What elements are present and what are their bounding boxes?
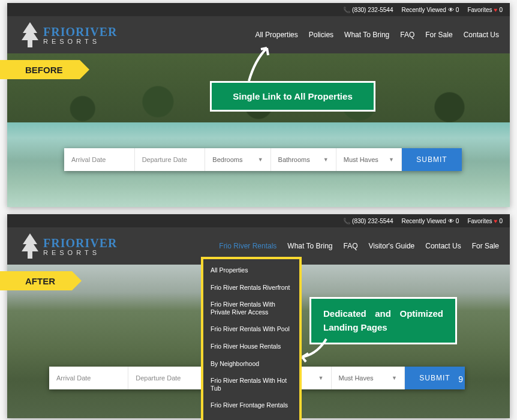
submit-button[interactable]: SUBMIT <box>402 148 462 171</box>
departure-input[interactable]: Departure Date <box>128 367 208 389</box>
dd-pool[interactable]: Frio River Rentals With Pool <box>203 320 299 338</box>
dd-riverfront[interactable]: Frio River Rentals Riverfront <box>203 279 299 296</box>
nav-links: Frio River Rentals What To Bring FAQ Vis… <box>219 242 499 250</box>
nav-links: All Properties Policies What To Bring FA… <box>255 31 499 39</box>
dd-frontage[interactable]: Frio River Frontage Rentals <box>203 397 299 414</box>
eye-icon: 👁 <box>448 218 454 224</box>
nav-contact[interactable]: Contact Us <box>464 31 499 39</box>
heart-icon: ♥ <box>494 218 498 224</box>
search-bar: Arrival Date Departure Date Bedrooms▼ Ba… <box>64 148 462 171</box>
eye-icon: 👁 <box>448 7 454 13</box>
logo-tree-icon <box>18 21 42 49</box>
logo-sub: RESORTS <box>43 38 117 45</box>
after-label: AFTER <box>0 271 72 290</box>
arrow-icon <box>296 333 332 363</box>
logo-sub: RESORTS <box>43 249 117 256</box>
nav-what-to-bring[interactable]: What To Bring <box>287 242 332 250</box>
nav-what-to-bring[interactable]: What To Bring <box>344 31 389 39</box>
logo-tree-icon <box>18 232 42 260</box>
nav-all-properties[interactable]: All Properties <box>255 31 297 39</box>
nav-contact[interactable]: Contact Us <box>425 242 461 250</box>
phone-icon: 📞 <box>343 7 350 13</box>
logo-brand: FRIORIVER <box>43 25 117 39</box>
logo-brand: FRIORIVER <box>43 236 117 250</box>
heart-icon: ♥ <box>494 7 498 13</box>
dd-amenity[interactable]: By Amenity <box>203 414 299 420</box>
favorites[interactable]: Favorites ♥ 0 <box>467 218 503 224</box>
nav-for-sale[interactable]: For Sale <box>425 31 452 39</box>
nav-for-sale[interactable]: For Sale <box>472 242 499 250</box>
recently-viewed[interactable]: Recently Viewed 👁 0 <box>402 218 459 224</box>
recently-viewed[interactable]: Recently Viewed 👁 0 <box>402 7 459 13</box>
dd-private-access[interactable]: Frio River Rentals With Private River Ac… <box>203 296 299 320</box>
nav-faq[interactable]: FAQ <box>400 31 414 39</box>
bathrooms-select[interactable]: Bathrooms▼ <box>271 148 336 171</box>
arrival-input[interactable]: Arrival Date <box>64 148 135 171</box>
arrival-input[interactable]: Arrival Date <box>49 367 128 389</box>
departure-input[interactable]: Departure Date <box>135 148 206 171</box>
chevron-down-icon: ▼ <box>392 375 397 381</box>
dd-all-properties[interactable]: All Properties <box>203 262 299 279</box>
dd-hot-tub[interactable]: Frio River Rentals With Hot Tub <box>203 372 299 397</box>
submit-button[interactable]: SUBMIT <box>405 367 465 389</box>
nav-faq[interactable]: FAQ <box>343 242 357 250</box>
phone-item[interactable]: 📞(830) 232-5544 <box>343 218 393 224</box>
chevron-down-icon: ▼ <box>258 157 263 163</box>
nav-visitors-guide[interactable]: Visitor's Guide <box>369 242 415 250</box>
dd-neighborhood[interactable]: By Neighborhood <box>203 355 299 373</box>
must-haves-select[interactable]: Must Haves▼ <box>332 367 405 389</box>
chevron-down-icon: ▼ <box>323 157 329 163</box>
callout-single-link: Single Link to All Properties <box>210 81 375 112</box>
phone-text: (830) 232-5544 <box>352 218 393 224</box>
bedrooms-select[interactable]: Bedrooms▼ <box>205 148 270 171</box>
before-label: BEFORE <box>0 60 80 79</box>
must-haves-select[interactable]: Must Haves▼ <box>336 148 402 171</box>
dd-house-rentals[interactable]: Frio River House Rentals <box>203 338 299 355</box>
arrow-icon <box>240 42 276 84</box>
phone-item[interactable]: 📞(830) 232-5544 <box>343 7 393 13</box>
topbar: 📞(830) 232-5544 Recently Viewed 👁 0 Favo… <box>7 3 510 16</box>
nav-policies[interactable]: Policies <box>309 31 333 39</box>
phone-text: (830) 232-5544 <box>352 7 393 13</box>
topbar: 📞(830) 232-5544 Recently Viewed 👁 0 Favo… <box>7 214 510 227</box>
nav-frio-rentals[interactable]: Frio River Rentals <box>219 242 276 250</box>
dropdown-menu: All Properties Frio River Rentals Riverf… <box>201 257 302 420</box>
logo[interactable]: FRIORIVER RESORTS <box>18 232 117 260</box>
favorites[interactable]: Favorites ♥ 0 <box>467 7 503 13</box>
page-number: 9 <box>458 374 463 384</box>
logo[interactable]: FRIORIVER RESORTS <box>18 21 117 49</box>
chevron-down-icon: ▼ <box>318 375 324 381</box>
phone-icon: 📞 <box>343 218 350 224</box>
chevron-down-icon: ▼ <box>389 157 394 163</box>
